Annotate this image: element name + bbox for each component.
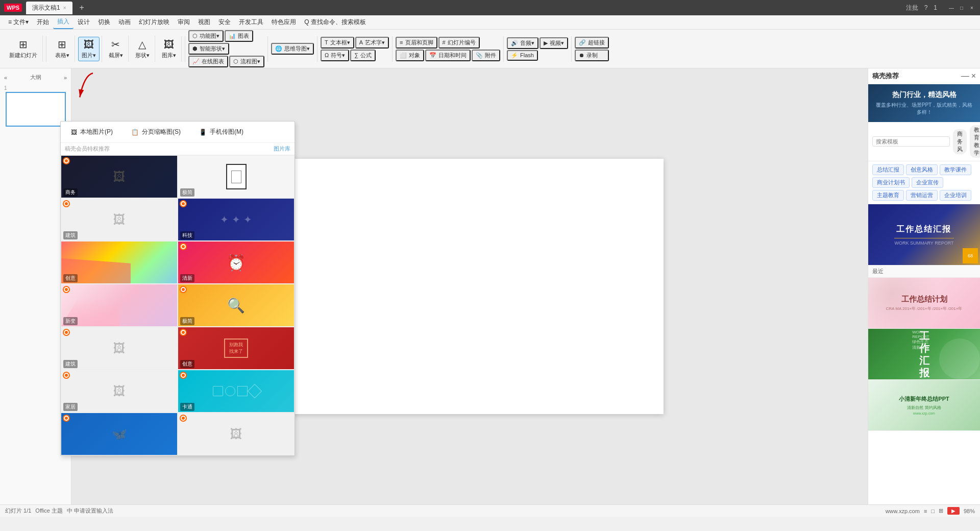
header-footer-button[interactable]: ≡ 页眉和页脚 bbox=[396, 37, 437, 49]
audio-button[interactable]: 🔊 音频▾ bbox=[507, 37, 538, 49]
template-item-creative1[interactable]: 创意 bbox=[61, 241, 178, 284]
online-chart-button[interactable]: 📈 在线图表 bbox=[188, 56, 228, 67]
stamp-text-1: 别跑我 bbox=[229, 342, 243, 348]
menu-switch[interactable]: 切换 bbox=[94, 16, 114, 29]
status-right: www.xzp.com ≡ □ ⊞ ▶ 98% bbox=[886, 507, 975, 515]
symbol-button[interactable]: Ω 符号▾ bbox=[321, 50, 349, 61]
shape-button[interactable]: △ 形状▾ bbox=[132, 37, 153, 61]
menu-devtools[interactable]: 开发工具 bbox=[235, 16, 267, 29]
gallery-link[interactable]: 图片库 bbox=[274, 145, 290, 153]
chart-button[interactable]: 📊 图表 bbox=[225, 30, 253, 42]
grid-view-icon[interactable]: ⊞ bbox=[939, 508, 943, 514]
outline-view-icon[interactable]: □ bbox=[931, 508, 935, 514]
template-item-minimal[interactable]: 极简 bbox=[178, 155, 295, 198]
menu-review[interactable]: 审阅 bbox=[174, 16, 194, 29]
template-work-summary[interactable]: 工作总结汇报 WORK SUMMARY REPORT 68 bbox=[868, 204, 980, 266]
template-work-report[interactable]: 工作汇报 WORK REPORT绿色生态 清新自然 bbox=[868, 329, 980, 380]
record-button[interactable]: ⏺ 录制 bbox=[575, 50, 609, 61]
gallery-button[interactable]: 🖼 图库▾ bbox=[159, 37, 179, 61]
search-input[interactable] bbox=[872, 136, 950, 147]
flash-icon: ⚡ bbox=[511, 52, 518, 59]
flash-button[interactable]: ⚡ Flash bbox=[507, 50, 538, 61]
mindmap-button[interactable]: 🌐 思维导图▾ bbox=[271, 43, 314, 55]
template-item-yellow[interactable]: 🔍 极简 bbox=[178, 284, 295, 327]
template-work-plan[interactable]: 工作总结计划 CRA MA 201×年 /201×年 /201×年 /201×年 bbox=[868, 278, 980, 329]
template-new-year[interactable]: 小清新年终总结PPT 清新自然 简约风格 www.xzp.com bbox=[868, 380, 980, 431]
template-item-arch[interactable]: 🖼 建筑 bbox=[61, 198, 178, 241]
template-item-empty-last[interactable]: 🖼 bbox=[178, 413, 295, 455]
tag-teaching[interactable]: 教学课件 bbox=[940, 164, 971, 175]
menu-file[interactable]: ≡ 文件▾ bbox=[4, 16, 33, 29]
menu-slideshow[interactable]: 幻灯片放映 bbox=[135, 16, 174, 29]
tag-marketing[interactable]: 营销运营 bbox=[906, 190, 938, 201]
picture-button[interactable]: 🖼 图片▾ bbox=[78, 37, 100, 61]
mobile-image-option[interactable]: 📱 手机传图(M) bbox=[195, 126, 248, 138]
local-image-label: 本地图片(P) bbox=[80, 128, 113, 136]
play-icon[interactable]: ▶ bbox=[947, 507, 960, 515]
arttext-label: 艺术字▾ bbox=[365, 39, 385, 46]
normal-view-icon[interactable]: ≡ bbox=[924, 508, 927, 514]
title-tab[interactable]: 演示文稿1 × bbox=[26, 2, 72, 14]
tag-business-plan[interactable]: 商业计划书 bbox=[872, 177, 910, 188]
help-btn[interactable]: ? bbox=[924, 4, 928, 11]
template-item-stamp[interactable]: 别跑我 找来了 创意 bbox=[178, 327, 295, 370]
menu-view[interactable]: 视图 bbox=[194, 16, 214, 29]
template-item-home[interactable]: 🖼 家居 bbox=[61, 370, 178, 413]
template-item-tech[interactable]: ✦ ✦ ✦ 科技 bbox=[178, 198, 295, 241]
menu-animation[interactable]: 动画 bbox=[114, 16, 135, 29]
menu-home[interactable]: 开始 bbox=[33, 16, 53, 29]
smart-shape-button[interactable]: ⬢ 智能形状▾ bbox=[188, 43, 229, 55]
split-image-option[interactable]: 📋 分页缩略图(S) bbox=[127, 126, 185, 138]
tag-training[interactable]: 企业培训 bbox=[940, 190, 971, 201]
flowchart-button[interactable]: ⬡ 流程图▾ bbox=[229, 56, 264, 67]
tag-creative[interactable]: 创意风格 bbox=[906, 164, 938, 175]
chinese-input-label[interactable]: 中 申请设置输入法 bbox=[67, 507, 113, 515]
menu-special[interactable]: 特色应用 bbox=[267, 16, 300, 29]
tag-theme-edu[interactable]: 主题教育 bbox=[872, 190, 904, 201]
object-button[interactable]: ⬜ 对象 bbox=[396, 50, 424, 61]
close-button[interactable]: × bbox=[968, 4, 976, 12]
divider-3 bbox=[267, 36, 268, 62]
table-button[interactable]: ⊞ 表格▾ bbox=[52, 37, 72, 61]
hyperlink-button[interactable]: 🔗 超链接 bbox=[575, 37, 609, 49]
tag-promo[interactable]: 企业宣传 bbox=[912, 177, 943, 188]
annotation-btn[interactable]: 注批 bbox=[906, 4, 918, 12]
video-button[interactable]: ▶ 视频▾ bbox=[540, 37, 568, 49]
template-item-pink[interactable]: 新变 bbox=[61, 284, 178, 327]
menu-design[interactable]: 设计 bbox=[74, 16, 94, 29]
tag-summary[interactable]: 总结汇报 bbox=[872, 164, 904, 175]
slide-thumbnail[interactable] bbox=[6, 92, 66, 127]
new-tab-button[interactable]: + bbox=[77, 3, 87, 12]
formula-button[interactable]: ∑ 公式 bbox=[350, 50, 376, 61]
template-item-blue[interactable]: 🦋 bbox=[61, 413, 178, 455]
template-item-clock[interactable]: ⏰ 清新 bbox=[178, 241, 295, 284]
minimize-button[interactable]: — bbox=[947, 4, 955, 12]
template-item-arch2[interactable]: 🖼 建筑 bbox=[61, 327, 178, 370]
screenshot-button[interactable]: ✂ 截屏▾ bbox=[106, 37, 126, 61]
template-item-business[interactable]: 🖼 商务 bbox=[61, 155, 178, 198]
maximize-button[interactable]: □ bbox=[958, 4, 966, 12]
search-tag-1[interactable]: 商务风 bbox=[953, 129, 967, 154]
picture-icon: 🖼 bbox=[84, 39, 94, 51]
local-image-option[interactable]: 🖼 本地图片(P) bbox=[67, 126, 117, 138]
slide-number-button[interactable]: # 幻灯片编号 bbox=[438, 37, 480, 49]
menu-insert[interactable]: 插入 bbox=[53, 15, 74, 29]
close-tab-icon[interactable]: × bbox=[63, 5, 66, 11]
expand-icon[interactable]: » bbox=[64, 75, 67, 81]
chart-label: 图表 bbox=[238, 32, 249, 40]
template-item-cartoon[interactable]: 卡通 bbox=[178, 370, 295, 413]
collapse-icon[interactable]: « bbox=[4, 75, 7, 81]
menu-security[interactable]: 安全 bbox=[214, 16, 235, 29]
arttext-button[interactable]: A 艺术字▾ bbox=[355, 37, 389, 49]
panel-minimize-button[interactable]: — bbox=[961, 71, 969, 81]
new-slide-button[interactable]: ⊞ 新建幻灯片 bbox=[6, 37, 40, 61]
attachment-button[interactable]: 📎 附件 bbox=[472, 50, 500, 61]
functional-chart-button[interactable]: ⬡ 功能图▾ bbox=[188, 30, 224, 42]
template-meta-3: WORK REPORT绿色生态 清新自然 bbox=[912, 330, 929, 350]
menu-search[interactable]: Q 查找命令、搜索模板 bbox=[300, 16, 370, 29]
search-tag-2[interactable]: 教育教学 bbox=[970, 125, 980, 158]
panel-close-button[interactable]: × bbox=[971, 71, 976, 81]
datetime-button[interactable]: 📅 日期和时间 bbox=[425, 50, 471, 61]
textbox-button[interactable]: T 文本框▾ bbox=[321, 37, 354, 49]
main-layout: « 大纲 » 1 稿壳推荐 — × 热门行业，精选风格 覆盖多种行业、场景PPT… bbox=[0, 68, 980, 504]
